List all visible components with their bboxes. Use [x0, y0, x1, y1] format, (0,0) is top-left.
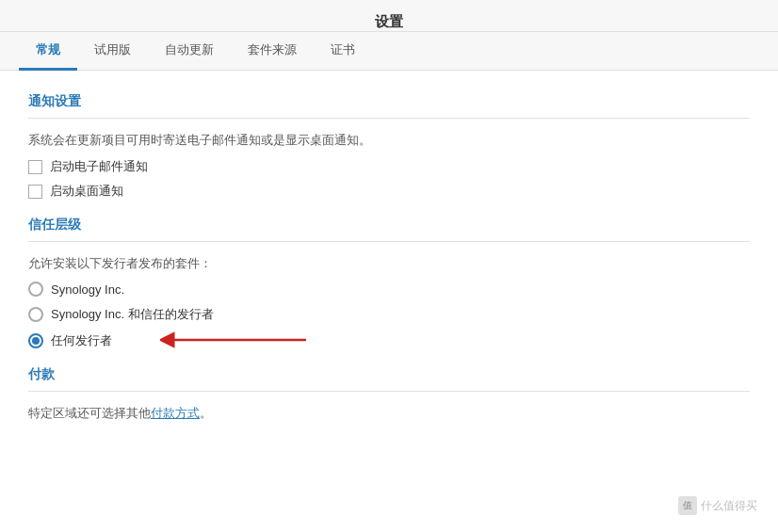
red-arrow-icon — [160, 327, 311, 353]
title-text: 设置 — [375, 13, 403, 29]
trust-divider — [28, 241, 750, 242]
payment-section-title: 付款 — [28, 366, 750, 383]
radio-synology-only[interactable]: Synology Inc. — [28, 282, 750, 297]
payment-section: 付款 特定区域还可选择其他付款方式。 — [28, 366, 750, 422]
desktop-checkbox[interactable] — [28, 185, 42, 199]
radio-any-publisher[interactable]: 任何发行者 — [28, 332, 750, 349]
watermark-text: 什么值得买 — [701, 498, 757, 514]
tab-certificate[interactable]: 证书 — [314, 32, 372, 71]
tab-auto-update[interactable]: 自动更新 — [148, 32, 231, 71]
payment-divider — [28, 391, 750, 392]
watermark-logo: 值 — [678, 496, 697, 515]
email-checkbox-row[interactable]: 启动电子邮件通知 — [28, 158, 750, 175]
radio-label-synology-trusted: Synology Inc. 和信任的发行者 — [51, 306, 214, 323]
payment-text-after: 。 — [200, 406, 212, 420]
payment-description: 特定区域还可选择其他付款方式。 — [28, 405, 750, 422]
payment-text-before: 特定区域还可选择其他 — [28, 406, 151, 420]
watermark: 值 什么值得买 — [678, 496, 757, 515]
radio-circle-synology-only[interactable] — [28, 282, 43, 297]
radio-circle-synology-trusted[interactable] — [28, 307, 43, 322]
trust-section: 信任层级 允许安装以下发行者发布的套件： Synology Inc. Synol… — [28, 217, 750, 349]
desktop-checkbox-label: 启动桌面通知 — [50, 183, 123, 200]
radio-synology-trusted[interactable]: Synology Inc. 和信任的发行者 — [28, 306, 750, 323]
notification-section: 通知设置 系统会在更新项目可用时寄送电子邮件通知或是显示桌面通知。 启动电子邮件… — [28, 93, 750, 200]
radio-label-synology-only: Synology Inc. — [51, 282, 124, 297]
trust-description: 允许安装以下发行者发布的套件： — [28, 255, 750, 272]
tab-general[interactable]: 常规 — [19, 32, 77, 71]
radio-circle-any-publisher[interactable] — [28, 333, 43, 348]
payment-link[interactable]: 付款方式 — [151, 406, 200, 420]
radio-label-any-publisher: 任何发行者 — [51, 332, 112, 349]
tab-trial[interactable]: 试用版 — [77, 32, 148, 71]
tab-package-source[interactable]: 套件来源 — [231, 32, 314, 71]
dialog-title: 设置 — [0, 0, 778, 32]
notification-description: 系统会在更新项目可用时寄送电子邮件通知或是显示桌面通知。 — [28, 132, 750, 149]
content-area: 通知设置 系统会在更新项目可用时寄送电子邮件通知或是显示桌面通知。 启动电子邮件… — [0, 71, 778, 458]
notification-divider — [28, 118, 750, 119]
notification-section-title: 通知设置 — [28, 93, 750, 110]
trust-section-title: 信任层级 — [28, 217, 750, 234]
email-checkbox[interactable] — [28, 160, 42, 174]
settings-dialog: 设置 常规 试用版 自动更新 套件来源 证书 通知设置 系统会在更新项目可用时寄… — [0, 0, 778, 532]
desktop-checkbox-row[interactable]: 启动桌面通知 — [28, 183, 750, 200]
email-checkbox-label: 启动电子邮件通知 — [50, 158, 148, 175]
tabs-bar: 常规 试用版 自动更新 套件来源 证书 — [0, 32, 778, 71]
